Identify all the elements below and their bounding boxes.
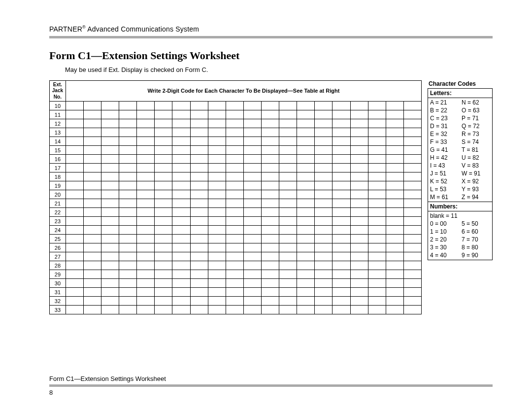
- code-cell[interactable]: [119, 252, 137, 261]
- code-cell[interactable]: [279, 199, 297, 208]
- code-cell[interactable]: [332, 119, 350, 128]
- code-cell[interactable]: [226, 164, 243, 172]
- code-cell[interactable]: [137, 164, 155, 172]
- code-cell[interactable]: [190, 102, 208, 110]
- code-cell[interactable]: [155, 164, 172, 172]
- code-cell[interactable]: [297, 137, 315, 146]
- code-cell[interactable]: [315, 226, 332, 235]
- code-cell[interactable]: [119, 137, 137, 146]
- code-cell[interactable]: [315, 208, 332, 217]
- code-cell[interactable]: [226, 102, 243, 110]
- code-cell[interactable]: [368, 137, 386, 146]
- code-cell[interactable]: [332, 102, 350, 110]
- code-cell[interactable]: [386, 288, 403, 297]
- code-cell[interactable]: [332, 208, 350, 217]
- code-cell[interactable]: [403, 119, 421, 128]
- code-cell[interactable]: [208, 297, 226, 306]
- code-cell[interactable]: [172, 235, 190, 243]
- code-cell[interactable]: [172, 128, 190, 137]
- code-cell[interactable]: [137, 137, 155, 146]
- code-cell[interactable]: [243, 110, 261, 119]
- code-cell[interactable]: [243, 306, 261, 314]
- code-cell[interactable]: [386, 199, 403, 208]
- code-cell[interactable]: [101, 235, 119, 243]
- code-cell[interactable]: [332, 306, 350, 314]
- code-cell[interactable]: [83, 128, 101, 137]
- code-cell[interactable]: [172, 119, 190, 128]
- code-cell[interactable]: [137, 190, 155, 199]
- code-cell[interactable]: [262, 288, 279, 297]
- code-cell[interactable]: [297, 155, 315, 164]
- code-cell[interactable]: [350, 199, 368, 208]
- code-cell[interactable]: [297, 181, 315, 190]
- code-cell[interactable]: [403, 270, 421, 279]
- code-cell[interactable]: [226, 306, 243, 314]
- code-cell[interactable]: [332, 146, 350, 155]
- code-cell[interactable]: [332, 252, 350, 261]
- code-cell[interactable]: [403, 243, 421, 252]
- code-cell[interactable]: [101, 181, 119, 190]
- code-cell[interactable]: [101, 243, 119, 252]
- code-cell[interactable]: [83, 181, 101, 190]
- code-cell[interactable]: [66, 102, 83, 110]
- code-cell[interactable]: [101, 288, 119, 297]
- code-cell[interactable]: [190, 164, 208, 172]
- code-cell[interactable]: [83, 172, 101, 181]
- code-cell[interactable]: [315, 261, 332, 270]
- code-cell[interactable]: [368, 146, 386, 155]
- code-cell[interactable]: [243, 226, 261, 235]
- code-cell[interactable]: [66, 110, 83, 119]
- code-cell[interactable]: [243, 128, 261, 137]
- code-cell[interactable]: [279, 243, 297, 252]
- code-cell[interactable]: [190, 261, 208, 270]
- code-cell[interactable]: [350, 137, 368, 146]
- code-cell[interactable]: [315, 252, 332, 261]
- code-cell[interactable]: [297, 119, 315, 128]
- code-cell[interactable]: [262, 226, 279, 235]
- code-cell[interactable]: [155, 181, 172, 190]
- code-cell[interactable]: [172, 270, 190, 279]
- code-cell[interactable]: [403, 306, 421, 314]
- code-cell[interactable]: [190, 306, 208, 314]
- code-cell[interactable]: [172, 172, 190, 181]
- code-cell[interactable]: [279, 270, 297, 279]
- code-cell[interactable]: [137, 288, 155, 297]
- code-cell[interactable]: [172, 306, 190, 314]
- code-cell[interactable]: [119, 270, 137, 279]
- code-cell[interactable]: [66, 172, 83, 181]
- code-cell[interactable]: [279, 208, 297, 217]
- code-cell[interactable]: [83, 208, 101, 217]
- code-cell[interactable]: [66, 270, 83, 279]
- code-cell[interactable]: [243, 208, 261, 217]
- code-cell[interactable]: [315, 119, 332, 128]
- code-cell[interactable]: [101, 208, 119, 217]
- code-cell[interactable]: [226, 172, 243, 181]
- code-cell[interactable]: [208, 261, 226, 270]
- code-cell[interactable]: [226, 181, 243, 190]
- code-cell[interactable]: [386, 110, 403, 119]
- code-cell[interactable]: [119, 146, 137, 155]
- code-cell[interactable]: [243, 155, 261, 164]
- code-cell[interactable]: [190, 217, 208, 226]
- code-cell[interactable]: [155, 199, 172, 208]
- code-cell[interactable]: [172, 164, 190, 172]
- code-cell[interactable]: [403, 181, 421, 190]
- code-cell[interactable]: [137, 181, 155, 190]
- code-cell[interactable]: [262, 270, 279, 279]
- code-cell[interactable]: [262, 297, 279, 306]
- code-cell[interactable]: [101, 261, 119, 270]
- code-cell[interactable]: [83, 102, 101, 110]
- code-cell[interactable]: [262, 217, 279, 226]
- code-cell[interactable]: [226, 297, 243, 306]
- code-cell[interactable]: [190, 110, 208, 119]
- code-cell[interactable]: [83, 270, 101, 279]
- code-cell[interactable]: [315, 288, 332, 297]
- code-cell[interactable]: [315, 137, 332, 146]
- code-cell[interactable]: [297, 172, 315, 181]
- code-cell[interactable]: [155, 279, 172, 288]
- code-cell[interactable]: [83, 226, 101, 235]
- code-cell[interactable]: [190, 252, 208, 261]
- code-cell[interactable]: [155, 261, 172, 270]
- code-cell[interactable]: [386, 217, 403, 226]
- code-cell[interactable]: [208, 199, 226, 208]
